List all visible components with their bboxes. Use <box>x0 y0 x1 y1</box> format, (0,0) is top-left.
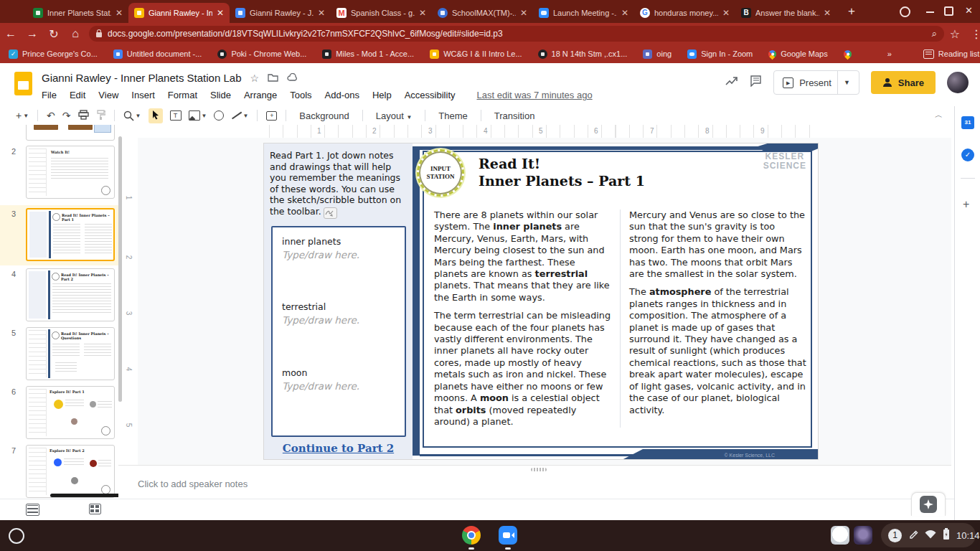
menu-file[interactable]: File <box>42 90 57 100</box>
window-minimize-button[interactable] <box>926 11 934 13</box>
bookmark-google-maps[interactable]: Google Maps <box>768 50 827 58</box>
tab-gmail[interactable]: Spanish Class - g... ✕ <box>331 3 432 23</box>
bookmark-star-icon[interactable]: ☆ <box>944 27 966 41</box>
slide-thumbnail-1[interactable] <box>26 125 115 141</box>
tab-close-icon[interactable]: ✕ <box>621 8 628 18</box>
slide-thumbnail-7[interactable]: Explore It! Part 2 <box>26 445 115 498</box>
present-button[interactable]: ▶ Present ▼ <box>773 70 859 95</box>
transition-button[interactable]: Transition <box>490 110 540 121</box>
new-slide-button[interactable]: + ▼ <box>16 110 29 121</box>
new-tab-button[interactable]: + <box>848 4 855 19</box>
notes-resize-handle[interactable] <box>531 468 547 471</box>
browser-menu-icon[interactable]: ⋮ <box>966 27 980 41</box>
slides-app-icon[interactable] <box>14 72 32 95</box>
slide-canvas[interactable]: Read Part 1. Jot down notes and drawings… <box>138 138 951 465</box>
collapse-toolbar-chevron[interactable]: ︿ <box>935 110 943 121</box>
activity-icon[interactable] <box>725 76 738 89</box>
paint-format-icon[interactable] <box>96 110 105 122</box>
bookmark-poki[interactable]: Poki - Chrome Web... <box>217 50 306 59</box>
vocab-placeholder[interactable]: Type/draw here. <box>282 380 399 392</box>
back-icon[interactable]: ← <box>0 27 22 40</box>
launcher-button[interactable] <box>9 528 24 544</box>
zoom-tool-icon[interactable]: ▼ <box>123 110 141 121</box>
bookmark-18n14th[interactable]: 18 N 14th Stm ,.cx1... <box>538 50 628 59</box>
undo-icon[interactable]: ↶ <box>47 110 55 121</box>
filmstrip-scrollbar[interactable] <box>118 136 122 402</box>
bookmark-zoom-signin[interactable]: Sign In - Zoom <box>687 50 753 59</box>
share-button[interactable]: Share <box>871 71 936 94</box>
print-icon[interactable] <box>78 110 89 122</box>
tab-close-icon[interactable]: ✕ <box>722 8 730 18</box>
tab-classroom[interactable]: Inner Planets Stat... ✕ <box>27 3 128 23</box>
insert-shape-icon[interactable] <box>214 110 224 121</box>
tab-close-icon[interactable]: ✕ <box>116 8 123 18</box>
theme-button[interactable]: Theme <box>434 110 471 121</box>
cloud-status-icon[interactable] <box>287 72 298 84</box>
holding-space-thumbnail[interactable] <box>831 526 849 545</box>
tab-close-icon[interactable]: ✕ <box>824 8 831 18</box>
menu-addons[interactable]: Add-ons <box>325 90 359 100</box>
menu-view[interactable]: View <box>98 90 118 100</box>
present-dropdown[interactable]: ▼ <box>837 71 856 94</box>
explore-button[interactable] <box>920 496 937 513</box>
comment-history-icon[interactable] <box>750 75 762 90</box>
insert-image-icon[interactable]: ▼ <box>189 110 207 121</box>
slide-thumbnail-5[interactable]: Read It! Inner Planets – Questions <box>26 327 115 380</box>
vocab-placeholder[interactable]: Type/draw here. <box>282 249 399 260</box>
insert-line-icon[interactable]: ▼ <box>231 110 248 121</box>
document-title[interactable]: Gianni Rawley - Inner Planets Station La… <box>42 72 242 84</box>
tab-close-icon[interactable]: ✕ <box>419 8 426 18</box>
body-column-2[interactable]: Mercury and Venus are so close to the su… <box>620 209 806 428</box>
notes-placeholder[interactable]: Click to add speaker notes <box>138 479 248 489</box>
select-tool-icon[interactable] <box>149 108 163 123</box>
insert-comment-icon[interactable]: + <box>266 111 277 121</box>
tab-docs[interactable]: Gianni Rawley - J... ✕ <box>230 3 331 23</box>
menu-insert[interactable]: Insert <box>131 90 155 100</box>
window-pin-icon[interactable] <box>900 6 910 17</box>
tab-schoolmax[interactable]: SchoolMAX(TM)-... ✕ <box>432 3 533 23</box>
vocab-placeholder[interactable]: Type/draw here. <box>282 314 399 326</box>
bookmark-oing[interactable]: oing <box>643 50 672 59</box>
forward-icon[interactable]: → <box>22 27 43 40</box>
instruction-text[interactable]: Read Part 1. Jot down notes and drawings… <box>270 150 406 219</box>
layout-button[interactable]: Layout ▼ <box>372 110 417 121</box>
chrome-shelf-icon[interactable] <box>462 526 481 545</box>
bookmark-pgcps[interactable]: Prince George's Co... <box>9 50 98 59</box>
slide-thumbnail-2[interactable]: Watch It! <box>26 146 115 199</box>
slide-thumbnail-6[interactable]: Explore It! Part 1 <box>26 386 115 439</box>
filmstrip-view-icon[interactable] <box>26 504 39 516</box>
menu-accessibility[interactable]: Accessibility <box>405 90 456 100</box>
vocab-group-inner-planets[interactable]: inner planets Type/draw here. <box>282 236 399 260</box>
body-column-1[interactable]: There are 8 planets within our solar sys… <box>434 209 611 428</box>
reload-icon[interactable]: ↻ <box>43 27 65 41</box>
filmstrip-horizontal-scrollbar[interactable] <box>50 494 123 497</box>
grid-view-icon[interactable] <box>89 504 101 514</box>
menu-edit[interactable]: Edit <box>70 90 85 100</box>
tab-close-icon[interactable]: ✕ <box>520 8 527 18</box>
tab-close-icon[interactable]: ✕ <box>217 8 224 18</box>
status-tray[interactable]: 1 10:14 <box>881 523 976 547</box>
move-folder-icon[interactable] <box>268 72 278 84</box>
background-button[interactable]: Background <box>295 110 353 121</box>
text-box-icon[interactable]: T <box>170 110 182 121</box>
menu-arrange[interactable]: Arrange <box>244 90 277 100</box>
slide-thumbnail-4[interactable]: Read It! Inner Planets – Part 2 <box>26 268 115 321</box>
slide-title[interactable]: Read It! Inner Planets – Part 1 <box>479 155 645 189</box>
avatar[interactable] <box>947 72 969 93</box>
menu-format[interactable]: Format <box>168 90 197 100</box>
search-icon[interactable]: ⌕ <box>932 28 937 39</box>
last-edit-link[interactable]: Last edit was 7 minutes ago <box>477 90 593 100</box>
menu-tools[interactable]: Tools <box>290 90 311 100</box>
holding-space-thumbnail[interactable] <box>854 526 872 545</box>
redo-icon[interactable]: ↷ <box>62 110 71 121</box>
bookmark-wcg[interactable]: WC&G I & II Intro Le... <box>430 50 522 59</box>
tab-close-icon[interactable]: ✕ <box>318 8 325 18</box>
tasks-icon[interactable]: ✓ <box>961 149 974 161</box>
menu-help[interactable]: Help <box>372 90 392 100</box>
vocab-notes-box[interactable]: inner planets Type/draw here. terrestria… <box>271 226 406 437</box>
reading-list-button[interactable]: Reading list <box>923 50 979 59</box>
vocab-group-terrestrial[interactable]: terrestrial Type/draw here. <box>282 301 399 326</box>
url-field[interactable]: docs.google.com/presentation/d/18VTSqWLI… <box>89 26 944 42</box>
home-icon[interactable]: ⌂ <box>65 27 86 40</box>
tab-blooket[interactable]: Answer the blank... ✕ <box>735 3 837 23</box>
